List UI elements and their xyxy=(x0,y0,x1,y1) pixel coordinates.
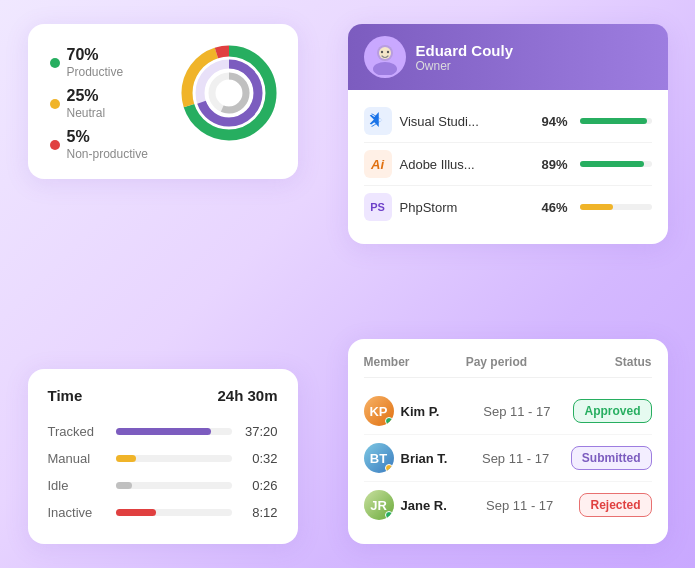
time-header: Time 24h 30m xyxy=(48,387,278,404)
app-row-vs: Visual Studi... 94% xyxy=(364,100,652,143)
payroll-row-kim: KP Kim P. Sep 11 - 17 Approved xyxy=(364,388,652,435)
neutral-text: 25% Neutral xyxy=(67,87,106,120)
idle-val: 0:26 xyxy=(242,478,278,493)
ps-percent: 46% xyxy=(532,200,568,215)
time-row-idle: Idle 0:26 xyxy=(48,472,278,499)
kim-period: Sep 11 - 17 xyxy=(483,404,573,419)
nonproductive-text: 5% Non-productive xyxy=(67,128,148,161)
owner-avatar xyxy=(364,36,406,78)
svg-point-9 xyxy=(373,62,397,75)
vs-percent: 94% xyxy=(532,114,568,129)
tracked-val: 37:20 xyxy=(242,424,278,439)
ps-icon: PS xyxy=(364,193,392,221)
manual-label: Manual xyxy=(48,451,116,466)
manual-bar-wrap xyxy=(116,455,232,462)
nonproductive-percent: 5% xyxy=(67,128,148,146)
kim-avatar: KP xyxy=(364,396,394,426)
ps-bar-wrap xyxy=(580,204,652,210)
time-total: 24h 30m xyxy=(217,387,277,404)
jane-badge: Rejected xyxy=(579,493,651,517)
idle-bar-wrap xyxy=(116,482,232,489)
app-list: Visual Studi... 94% Ai Adobe Illus... 89… xyxy=(348,90,668,228)
brian-status: Submitted xyxy=(571,446,652,470)
brian-badge: Submitted xyxy=(571,446,652,470)
vs-bar xyxy=(580,118,648,124)
col-period: Pay period xyxy=(466,355,577,369)
tracked-bar-wrap xyxy=(116,428,232,435)
ps-name: PhpStorm xyxy=(400,200,524,215)
vs-name: Visual Studi... xyxy=(400,114,524,129)
inactive-val: 8:12 xyxy=(242,505,278,520)
ai-bar xyxy=(580,161,644,167)
svg-point-12 xyxy=(386,51,388,53)
jane-period: Sep 11 - 17 xyxy=(486,498,579,513)
ai-icon: Ai xyxy=(364,150,392,178)
app-row-ps: PS PhpStorm 46% xyxy=(364,186,652,228)
inactive-bar-wrap xyxy=(116,509,232,516)
brian-status-dot xyxy=(385,464,393,472)
nonproductive-label: Non-productive xyxy=(67,147,148,161)
productive-text: 70% Productive xyxy=(67,46,124,79)
productive-dot xyxy=(50,58,60,68)
donut-svg xyxy=(174,38,284,148)
tracked-label: Tracked xyxy=(48,424,116,439)
nonproductive-dot xyxy=(50,140,60,150)
idle-bar xyxy=(116,482,132,489)
manual-bar xyxy=(116,455,137,462)
manual-val: 0:32 xyxy=(242,451,278,466)
jane-status-dot xyxy=(385,511,393,519)
ai-percent: 89% xyxy=(532,157,568,172)
owner-name: Eduard Couly xyxy=(416,42,514,59)
time-card: Time 24h 30m Tracked 37:20 Manual 0:32 I… xyxy=(28,369,298,544)
kim-status: Approved xyxy=(573,399,651,423)
user-info: Eduard Couly Owner xyxy=(416,42,514,73)
neutral-percent: 25% xyxy=(67,87,106,105)
jane-avatar: JR xyxy=(364,490,394,520)
payroll-card: Member Pay period Status KP Kim P. Sep 1… xyxy=(348,339,668,544)
time-row-inactive: Inactive 8:12 xyxy=(48,499,278,526)
jane-name: Jane R. xyxy=(401,498,487,513)
payroll-header: Member Pay period Status xyxy=(364,355,652,378)
productive-percent: 70% xyxy=(67,46,124,64)
brian-avatar: BT xyxy=(364,443,394,473)
kim-status-dot xyxy=(385,417,393,425)
kim-badge: Approved xyxy=(573,399,651,423)
ps-bar xyxy=(580,204,613,210)
brian-name: Brian T. xyxy=(401,451,482,466)
owner-avatar-svg xyxy=(367,39,403,75)
time-title: Time xyxy=(48,387,83,404)
inactive-bar xyxy=(116,509,157,516)
time-row-manual: Manual 0:32 xyxy=(48,445,278,472)
ai-name: Adobe Illus... xyxy=(400,157,524,172)
neutral-label: Neutral xyxy=(67,106,106,120)
payroll-row-jane: JR Jane R. Sep 11 - 17 Rejected xyxy=(364,482,652,528)
vs-bar-wrap xyxy=(580,118,652,124)
owner-role: Owner xyxy=(416,59,514,73)
app-row-ai: Ai Adobe Illus... 89% xyxy=(364,143,652,186)
neutral-dot xyxy=(50,99,60,109)
user-header: Eduard Couly Owner xyxy=(348,24,668,90)
vs-icon xyxy=(364,107,392,135)
col-status: Status xyxy=(577,355,651,369)
col-member: Member xyxy=(364,355,466,369)
productive-label: Productive xyxy=(67,65,124,79)
inactive-label: Inactive xyxy=(48,505,116,520)
kim-name: Kim P. xyxy=(401,404,484,419)
apps-card: Eduard Couly Owner Visual Studi... 94% A… xyxy=(348,24,668,244)
time-row-tracked: Tracked 37:20 xyxy=(48,418,278,445)
brian-period: Sep 11 - 17 xyxy=(482,451,571,466)
tracked-bar xyxy=(116,428,211,435)
idle-label: Idle xyxy=(48,478,116,493)
jane-status: Rejected xyxy=(579,493,651,517)
ai-bar-wrap xyxy=(580,161,652,167)
svg-point-11 xyxy=(380,51,382,53)
dashboard-container: 70% Productive 25% Neutral 5% Non-produc… xyxy=(28,24,668,544)
productivity-card: 70% Productive 25% Neutral 5% Non-produc… xyxy=(28,24,298,179)
donut-chart xyxy=(174,38,284,148)
payroll-row-brian: BT Brian T. Sep 11 - 17 Submitted xyxy=(364,435,652,482)
